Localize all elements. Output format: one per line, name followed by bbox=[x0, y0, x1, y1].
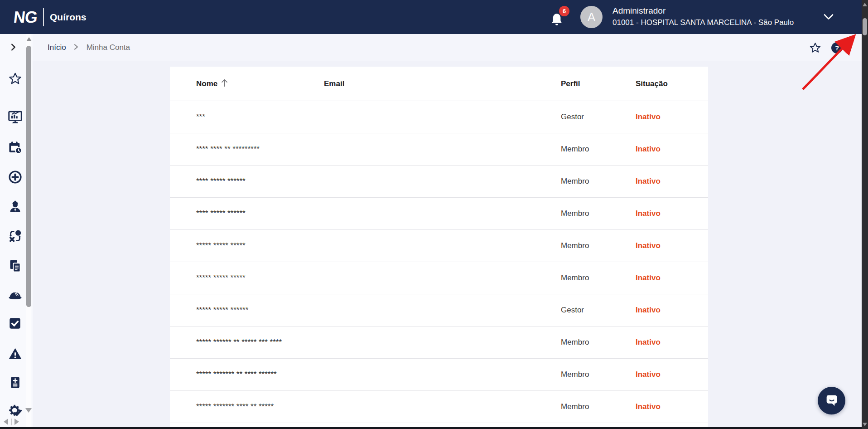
table-row[interactable]: ***** ***** ***** Membro Inativo bbox=[170, 262, 708, 294]
process-change-icon bbox=[8, 229, 23, 245]
table-row[interactable]: *** Gestor Inativo bbox=[170, 101, 708, 133]
page-scrollbar[interactable] bbox=[862, 0, 868, 429]
help-icon[interactable]: ? bbox=[831, 42, 843, 54]
scroll-up-arrow-icon[interactable] bbox=[863, 3, 867, 6]
dashboard-monitor-icon bbox=[8, 110, 23, 127]
cell-perfil: Gestor bbox=[561, 112, 636, 122]
cell-perfil: Membro bbox=[561, 145, 636, 154]
cell-perfil: Membro bbox=[561, 370, 636, 379]
page-actions: ? bbox=[809, 42, 843, 54]
cell-nome: ***** ******* **** ** ***** bbox=[170, 402, 324, 411]
cell-nome: **** ***** ****** bbox=[170, 177, 324, 186]
sidebar-item-favorites[interactable] bbox=[7, 72, 23, 87]
chevron-down-icon[interactable] bbox=[824, 14, 834, 22]
sidebar-nav bbox=[0, 34, 33, 427]
brand-logo[interactable]: NG Quírons bbox=[14, 0, 87, 34]
breadcrumb: Início Minha Conta bbox=[48, 43, 130, 52]
logo-divider bbox=[43, 8, 44, 26]
sidebar-item-settings[interactable] bbox=[7, 404, 23, 419]
column-label-situacao: Situação bbox=[636, 79, 668, 88]
cell-situacao: Inativo bbox=[636, 145, 708, 154]
cell-situacao: Inativo bbox=[636, 241, 708, 250]
calendar-clock-icon bbox=[8, 140, 23, 157]
column-label-nome: Nome bbox=[196, 79, 217, 88]
chat-support-button[interactable] bbox=[818, 387, 845, 414]
cell-perfil: Membro bbox=[561, 402, 636, 411]
breadcrumb-home-link[interactable]: Início bbox=[48, 43, 66, 52]
table-header-row: Nome Email Perfil Situação bbox=[170, 67, 708, 101]
sidebar-expand-button[interactable] bbox=[5, 40, 21, 56]
favorite-page-star-icon[interactable] bbox=[809, 42, 821, 54]
clipboard-adjust-icon bbox=[8, 375, 22, 391]
column-header-email[interactable]: Email bbox=[324, 79, 561, 88]
sort-ascending-icon bbox=[221, 78, 228, 89]
user-avatar[interactable]: A bbox=[580, 6, 603, 28]
cell-perfil: Gestor bbox=[561, 306, 636, 315]
cell-nome: ***** ***** ***** bbox=[170, 273, 324, 283]
add-circle-icon bbox=[8, 170, 23, 186]
sidebar-horizontal-scroll bbox=[4, 418, 23, 425]
cell-situacao: Inativo bbox=[636, 177, 708, 186]
table-row[interactable]: ***** ******* ** **** ****** Membro Inat… bbox=[170, 359, 708, 391]
scroll-right-arrow-icon[interactable] bbox=[14, 419, 19, 425]
user-name: Administrador bbox=[612, 5, 816, 17]
table-row[interactable]: ***** ******* **** ** ***** Membro Inati… bbox=[170, 391, 708, 423]
column-header-nome[interactable]: Nome bbox=[170, 78, 324, 89]
cell-nome: *** bbox=[170, 112, 324, 122]
sidebar-scroll-up-icon[interactable] bbox=[26, 37, 32, 41]
sidebar-scrollbar-thumb[interactable] bbox=[26, 46, 31, 307]
sidebar-item-add[interactable] bbox=[7, 170, 23, 185]
table-row[interactable]: ***** ***** ***** Membro Inativo bbox=[170, 230, 708, 262]
cell-nome: **** ***** ****** bbox=[170, 209, 324, 218]
table-row[interactable]: ***** ***** ****** Gestor Inativo bbox=[170, 294, 708, 327]
favorites-star-icon bbox=[8, 72, 22, 88]
settings-gear-icon bbox=[8, 403, 23, 420]
page: { "topbar": { "logo_primary": "NG", "log… bbox=[0, 0, 868, 429]
sidebar-item-alerts[interactable] bbox=[7, 347, 23, 362]
brand-logo-ng: NG bbox=[13, 8, 38, 27]
brand-product-name: Quírons bbox=[50, 12, 87, 23]
column-label-email: Email bbox=[324, 79, 344, 88]
sidebar-item-worker[interactable] bbox=[7, 200, 23, 215]
table-row[interactable]: **** ***** ****** Membro Inativo bbox=[170, 166, 708, 198]
cell-perfil: Membro bbox=[561, 209, 636, 218]
scroll-divider bbox=[11, 419, 12, 425]
table-row[interactable]: ***** ****** ** ***** *** **** Membro In… bbox=[170, 327, 708, 359]
sidebar-scroll-down-icon[interactable] bbox=[25, 408, 32, 413]
top-app-bar: NG Quírons 6 A Administrador 01001 - HOS… bbox=[0, 0, 862, 34]
sidebar-item-schedule[interactable] bbox=[7, 141, 23, 156]
notification-count-badge: 6 bbox=[559, 6, 569, 16]
column-header-situacao[interactable]: Situação bbox=[636, 79, 708, 88]
cell-situacao: Inativo bbox=[636, 402, 708, 411]
documents-copy-icon bbox=[8, 258, 23, 275]
breadcrumb-bar: Início Minha Conta ? bbox=[33, 34, 862, 61]
cell-nome: **** **** ** ********* bbox=[170, 145, 324, 154]
column-header-perfil[interactable]: Perfil bbox=[561, 79, 636, 88]
sidebar-item-documents[interactable] bbox=[7, 259, 23, 274]
cell-nome: ***** ***** ***** bbox=[170, 241, 324, 250]
cell-perfil: Membro bbox=[561, 273, 636, 283]
column-label-perfil: Perfil bbox=[561, 79, 580, 88]
notifications-button[interactable]: 6 bbox=[546, 6, 570, 30]
cell-situacao: Inativo bbox=[636, 338, 708, 347]
cell-nome: ***** ****** ** ***** *** **** bbox=[170, 338, 324, 347]
table-row[interactable]: **** **** ** ********* Membro Inativo bbox=[170, 133, 708, 166]
sidebar-item-tasks[interactable] bbox=[7, 317, 23, 332]
alert-warning-icon bbox=[8, 346, 23, 363]
cell-situacao: Inativo bbox=[636, 209, 708, 218]
sidebar-item-safety[interactable] bbox=[7, 288, 23, 303]
cell-situacao: Inativo bbox=[636, 306, 708, 315]
cell-nome: ***** ******* ** **** ****** bbox=[170, 370, 324, 379]
table-row[interactable]: **** ***** ****** Membro Inativo bbox=[170, 198, 708, 230]
scrollbar-thumb[interactable] bbox=[863, 18, 867, 35]
cell-situacao: Inativo bbox=[636, 112, 708, 122]
scroll-down-arrow-icon[interactable] bbox=[863, 423, 867, 426]
sidebar-item-process-change[interactable] bbox=[7, 229, 23, 244]
sidebar-item-dashboard[interactable] bbox=[7, 110, 23, 126]
expand-chevron-icon bbox=[8, 42, 18, 54]
safety-helmet-icon bbox=[8, 288, 23, 304]
sidebar-item-records[interactable] bbox=[7, 375, 23, 391]
horizontal-scrollbar[interactable] bbox=[0, 427, 862, 429]
scroll-left-arrow-icon[interactable] bbox=[4, 419, 8, 425]
user-menu[interactable]: Administrador 01001 - HOSPITAL SANTA MAR… bbox=[612, 5, 816, 28]
